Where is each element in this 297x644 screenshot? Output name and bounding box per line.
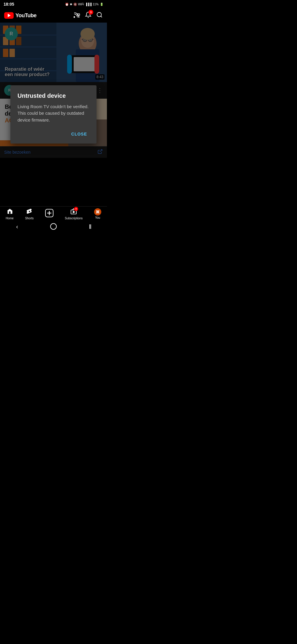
untrusted-device-dialog: Untrusted device Living Room TV couldn't… [10, 85, 97, 144]
signal-icon: ▐▐▐ [85, 3, 91, 6]
battery-indicator: 11% [93, 3, 99, 6]
search-button[interactable] [96, 12, 103, 20]
android-back-button[interactable]: ‹ [16, 223, 18, 230]
user-avatar [94, 208, 101, 215]
alarm-icon: ⏰ [65, 3, 69, 6]
dialog-title: Untrusted device [18, 92, 89, 99]
youtube-header: YouTube 3 [0, 8, 107, 23]
you-label: You [95, 216, 100, 219]
svg-line-4 [101, 16, 102, 17]
status-bar: 18:05 ⏰ ✱ 🔇 WiFi ▐▐▐ 11% 🔋 [0, 0, 107, 8]
header-action-icons: 3 [74, 12, 103, 20]
nav-you[interactable]: You [94, 208, 101, 219]
youtube-play-icon [4, 12, 14, 19]
main-content: R Reparatie of wéér een nieuw product? 8… [0, 23, 107, 206]
dialog-close-button[interactable]: CLOSE [69, 129, 89, 139]
svg-marker-47 [73, 211, 75, 213]
mute-icon: 🔇 [73, 3, 77, 6]
shorts-label: Shorts [25, 217, 34, 220]
dialog-body: Living Room TV couldn't be verified. Thi… [18, 103, 89, 124]
shorts-icon [26, 208, 33, 216]
subscriptions-label: Subscriptions [65, 217, 83, 220]
notifications-button[interactable]: 3 [85, 12, 91, 20]
nav-home[interactable]: Home [6, 208, 14, 220]
home-label: Home [6, 217, 14, 220]
dialog-actions: CLOSE [18, 129, 89, 139]
nav-shorts[interactable]: Shorts [25, 208, 34, 220]
cast-button[interactable] [74, 12, 80, 20]
battery-icon: 🔋 [100, 3, 103, 6]
status-icons: ⏰ ✱ 🔇 WiFi ▐▐▐ 11% 🔋 [65, 3, 103, 6]
svg-point-0 [74, 16, 75, 18]
subscriptions-badge: ● [74, 207, 78, 211]
nav-add[interactable] [45, 209, 53, 219]
notification-badge: 3 [89, 10, 93, 15]
android-home-button[interactable] [50, 223, 57, 230]
bottom-navigation: Home Shorts ● Subscripti [0, 206, 107, 221]
android-navigation-bar: ‹ ||| [0, 221, 107, 232]
svg-point-3 [97, 12, 102, 17]
android-recents-button[interactable]: ||| [89, 224, 91, 229]
bluetooth-icon: ✱ [70, 3, 72, 6]
subscriptions-icon: ● [70, 208, 77, 216]
dialog-overlay: Untrusted device Living Room TV couldn't… [0, 23, 107, 206]
nav-subscriptions[interactable]: ● Subscriptions [65, 208, 83, 220]
you-avatar-icon [94, 208, 101, 215]
youtube-logo[interactable]: YouTube [4, 12, 37, 19]
youtube-title: YouTube [15, 12, 37, 19]
wifi-icon: WiFi [78, 3, 84, 6]
home-icon [7, 208, 13, 216]
add-icon [45, 209, 53, 219]
status-time: 18:05 [4, 2, 14, 7]
